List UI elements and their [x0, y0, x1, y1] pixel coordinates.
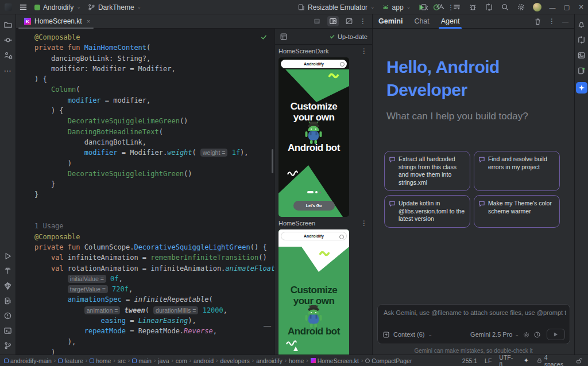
running-devices-tool-icon[interactable]: [3, 297, 12, 305]
suggestion-card[interactable]: Make my Theme's color scheme warmer: [474, 195, 560, 228]
gemini-spark-icon[interactable]: ✦: [524, 357, 529, 364]
prompt-settings-icon[interactable]: [523, 331, 530, 338]
tab-chat[interactable]: Chat: [414, 14, 429, 29]
indent-setting[interactable]: 4 spaces: [536, 354, 568, 366]
design-view-icon[interactable]: [343, 16, 355, 26]
inspections-ok-icon[interactable]: [260, 33, 268, 41]
code-line: [34, 211, 269, 221]
pull-request-icon[interactable]: [485, 3, 493, 11]
suggestion-card[interactable]: Update kotlin in @libs.version.toml to t…: [384, 195, 470, 228]
fold-marker[interactable]: —: [264, 321, 271, 330]
breadcrumb-separator: ›: [86, 357, 87, 364]
project-selector[interactable]: Androidify ⌄: [34, 3, 81, 11]
breadcrumb-item[interactable]: androidify-main: [4, 357, 52, 364]
search-icon[interactable]: [501, 3, 509, 11]
terminal-tool-icon[interactable]: [3, 326, 12, 335]
module-icon: [90, 359, 94, 363]
tab-agent[interactable]: Agent: [441, 14, 460, 29]
project-name: Androidify: [43, 3, 74, 11]
bug-icon[interactable]: [469, 3, 477, 11]
preview-label-homescreen[interactable]: HomeScreen ⋮: [275, 217, 372, 229]
more-tools-icon[interactable]: ⋯: [4, 67, 12, 75]
android-head-icon: [382, 3, 389, 11]
build-variants-icon[interactable]: [452, 3, 461, 11]
breadcrumb-item[interactable]: src: [118, 357, 126, 364]
pull-requests-tool-icon[interactable]: [577, 36, 586, 44]
run-tool-icon[interactable]: [3, 252, 12, 260]
maximize-window-button[interactable]: ▢: [563, 3, 570, 11]
resource-manager-tool-icon[interactable]: [577, 51, 586, 60]
preview-layout-icon[interactable]: [280, 33, 288, 41]
build-tool-icon[interactable]: [3, 267, 12, 275]
code-line: @Composable: [34, 32, 269, 42]
suggestion-text: Update kotlin in @libs.version.toml to t…: [399, 200, 465, 223]
preview-canvas-homescreendark[interactable]: Androidify Customize your own Andro: [278, 57, 349, 217]
send-button[interactable]: [547, 329, 565, 340]
suggestion-text: Extract all hardcoded strings from this …: [399, 155, 465, 186]
version-control-tool-icon[interactable]: [3, 341, 12, 350]
user-avatar[interactable]: [533, 3, 541, 11]
breadcrumb-separator: ›: [54, 357, 56, 364]
breadcrumb-item[interactable]: com: [176, 357, 187, 364]
code-line: private fun ColumnScope.DecorativeSquigg…: [34, 242, 269, 252]
breadcrumb-item[interactable]: androidify: [256, 357, 283, 364]
preview-options-icon[interactable]: ⋮: [361, 47, 368, 55]
settings-gear-icon[interactable]: [517, 3, 525, 11]
minimize-window-button[interactable]: —: [549, 4, 556, 11]
device-manager-icon[interactable]: [420, 3, 429, 11]
device-selector[interactable]: Resizable Emulator ⌄: [297, 3, 375, 11]
git-branch-icon: [88, 3, 95, 11]
breadcrumb-item[interactable]: feature: [58, 357, 83, 364]
close-window-button[interactable]: ✕: [578, 3, 585, 11]
breadcrumb-item[interactable]: HomeScreen.kt: [311, 357, 359, 364]
breadcrumb-item[interactable]: android: [194, 357, 214, 364]
breadcrumb-item[interactable]: main: [132, 357, 152, 364]
preview-canvas-homescreen[interactable]: Androidify Customize your own Andro: [278, 229, 349, 355]
delete-conversation-icon[interactable]: [534, 18, 541, 25]
suggestion-card[interactable]: Extract all hardcoded strings from this …: [384, 151, 470, 191]
gemini-options-icon[interactable]: ⋮: [548, 17, 555, 25]
app-quality-insights-icon[interactable]: [3, 282, 12, 290]
breadcrumb-item[interactable]: CompactPager: [365, 357, 412, 364]
caret-position[interactable]: 255:1: [462, 357, 477, 364]
code-assist-icon[interactable]: [436, 3, 445, 11]
vcs-branch-selector[interactable]: DarkTheme ⌄: [88, 3, 141, 11]
line-ending[interactable]: LF: [485, 357, 492, 364]
write-access-unlock-icon[interactable]: [575, 357, 582, 364]
code-editor[interactable]: @Composableprivate fun MainHomeContent( …: [16, 29, 274, 355]
breadcrumb-separator: ›: [113, 357, 115, 364]
running-devices-mirror-icon[interactable]: [577, 67, 586, 75]
breadcrumb-item[interactable]: java: [158, 357, 169, 364]
gemini-prompt-input[interactable]: Ask Gemini, use @filename to attach sour…: [377, 304, 570, 344]
preview-label-homescreendark[interactable]: HomeScreenDark ⋮: [275, 45, 372, 57]
commit-tool-icon[interactable]: [3, 36, 13, 45]
tab-homescreen-kt[interactable]: K HomeScreen.kt ×: [16, 14, 96, 29]
run-configuration-selector[interactable]: app ⌄: [382, 3, 411, 11]
editor-options-icon[interactable]: ⋮: [359, 17, 366, 25]
hide-panel-icon[interactable]: —: [562, 18, 568, 25]
close-tab-icon[interactable]: ×: [87, 18, 90, 25]
context-label[interactable]: Context (6): [393, 331, 424, 338]
editor-scrollbar[interactable]: [272, 149, 273, 173]
problems-tool-icon[interactable]: [3, 312, 12, 320]
context-icon[interactable]: [382, 331, 390, 338]
notifications-bell-icon[interactable]: [577, 20, 586, 29]
gemini-tool-icon[interactable]: [576, 82, 587, 94]
split-view-icon[interactable]: [327, 16, 339, 26]
breadcrumb-item[interactable]: home: [289, 357, 304, 364]
project-tool-icon[interactable]: [3, 20, 13, 29]
preview-options-icon[interactable]: ⋮: [361, 219, 368, 227]
code-view-icon[interactable]: [311, 16, 323, 26]
breadcrumb-item[interactable]: developers: [220, 357, 249, 364]
main-menu-icon[interactable]: [19, 3, 28, 11]
module-icon: [132, 359, 137, 363]
account-icon: [340, 62, 345, 67]
code-line: val rotationAnimation = infiniteAnimatio…: [34, 263, 269, 274]
structure-tool-icon[interactable]: [3, 51, 13, 60]
breadcrumb-item[interactable]: home: [90, 357, 111, 364]
file-encoding[interactable]: UTF-8: [499, 354, 516, 366]
run-config-name: app: [392, 3, 404, 11]
history-icon[interactable]: [533, 331, 541, 338]
model-selector[interactable]: Gemini 2.5 Pro: [470, 331, 512, 338]
suggestion-card[interactable]: Find and resolve build errors in my proj…: [474, 151, 560, 191]
